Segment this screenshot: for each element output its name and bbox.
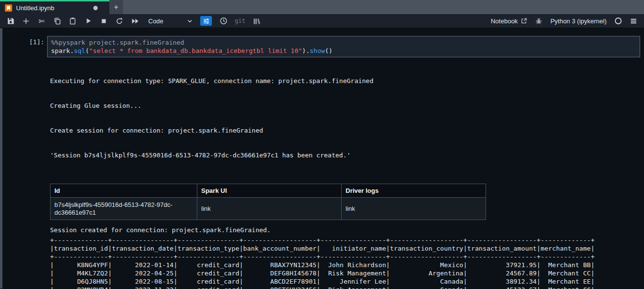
clock-icon — [220, 17, 227, 25]
cell-execution-count: [1]: — [29, 36, 44, 57]
open-notebook-button[interactable]: Notebook — [491, 17, 528, 25]
restart-run-all-button[interactable] — [131, 17, 139, 25]
new-tab-button[interactable]: + — [109, 0, 123, 14]
notebook-file-icon — [5, 4, 12, 12]
notebook-toolbar: ✄ Code git Notebook Python 3 (ipykernel) — [0, 14, 644, 28]
hamburger-menu-icon — [630, 17, 637, 25]
session-info-table: Id Spark UI Driver logs b7s4ljslkplf9s-4… — [50, 184, 486, 220]
insert-cell-button[interactable] — [22, 17, 30, 25]
cell-outputs: Executing for connection type: SPARK_GLU… — [47, 60, 640, 289]
code-cell: [1]: %%pyspark project.spark.fineGrained… — [29, 36, 640, 57]
session-table-header-id: Id — [51, 184, 197, 198]
driver-logs-link[interactable]: link — [342, 198, 486, 220]
toggle-cell-toolbar-button[interactable] — [200, 16, 212, 26]
collapsed-sidebar-strip[interactable] — [0, 28, 2, 289]
session-table-row: b7s4ljslkplf9s-4559016d-6513-4782-97dc-d… — [51, 198, 486, 220]
copy-icon — [53, 17, 61, 25]
session-table-header-driver-logs: Driver logs — [342, 184, 486, 198]
stop-icon — [101, 18, 107, 24]
kernel-name-button[interactable]: Python 3 (ipykernel) — [550, 17, 607, 25]
run-cell-button[interactable] — [84, 17, 92, 25]
tab-bar-empty-space — [123, 0, 644, 14]
tab-untitled-notebook[interactable]: Untitled.ipynb — [0, 0, 109, 14]
notebook-menu-button[interactable] — [629, 17, 638, 25]
debugger-button[interactable] — [535, 17, 543, 25]
spark-ui-link[interactable]: link — [197, 198, 342, 220]
plus-icon — [22, 17, 30, 25]
external-link-icon — [521, 17, 527, 24]
sliders-icon — [203, 18, 210, 24]
code-magic-line: %%pyspark project.spark.fineGrained — [51, 38, 636, 47]
bug-icon — [535, 17, 542, 25]
restart-icon — [116, 17, 123, 25]
notebook-link-label: Notebook — [491, 17, 518, 25]
books-icon — [253, 17, 261, 25]
log-line: Create session for connection: project.s… — [50, 126, 640, 135]
cell-type-label: Code — [148, 17, 163, 25]
tab-title: Untitled.ipynb — [16, 4, 89, 12]
log-line: Executing for connection type: SPARK_GLU… — [50, 77, 640, 85]
library-button[interactable] — [253, 17, 261, 25]
code-cell-input[interactable]: %%pyspark project.spark.fineGrainedspark… — [47, 36, 640, 57]
save-button[interactable] — [6, 17, 15, 25]
execution-log: Executing for connection type: SPARK_GLU… — [50, 60, 640, 176]
run-icon — [85, 17, 92, 24]
interrupt-kernel-button[interactable] — [100, 17, 108, 25]
paste-icon — [69, 17, 76, 25]
restart-kernel-button[interactable] — [115, 17, 123, 25]
git-button[interactable]: git — [235, 17, 245, 24]
session-id-cell: b7s4ljslkplf9s-4559016d-6513-4782-97dc-d… — [51, 198, 197, 220]
kernel-status-indicator — [614, 17, 622, 25]
kernel-idle-circle-icon — [614, 17, 622, 25]
code-line: spark.sql("select * from bankdata_db.ban… — [51, 47, 636, 55]
cell-type-select[interactable]: Code — [148, 17, 193, 25]
tab-bar: Untitled.ipynb + — [0, 0, 644, 14]
spark-ascii-table: +--------------+----------------+-------… — [50, 236, 640, 289]
session-created-line: Session created for connection: project.… — [50, 226, 640, 234]
fast-forward-icon — [131, 18, 139, 24]
unsaved-changes-indicator — [93, 6, 98, 10]
cut-cells-button[interactable]: ✄ — [37, 17, 46, 25]
execution-history-button[interactable] — [219, 17, 227, 25]
session-table-header-spark-ui: Spark UI — [197, 184, 342, 198]
notebook-panel: [1]: %%pyspark project.spark.fineGrained… — [0, 28, 644, 289]
chevron-down-icon — [187, 18, 193, 24]
copy-cells-button[interactable] — [53, 17, 61, 25]
paste-cells-button[interactable] — [69, 17, 77, 25]
log-line: 'Session b7s4ljslkplf9s-4559016d-6513-47… — [50, 151, 640, 159]
save-icon — [7, 17, 15, 25]
scissors-icon: ✄ — [38, 17, 45, 25]
log-line: Creating Glue session... — [50, 102, 640, 110]
